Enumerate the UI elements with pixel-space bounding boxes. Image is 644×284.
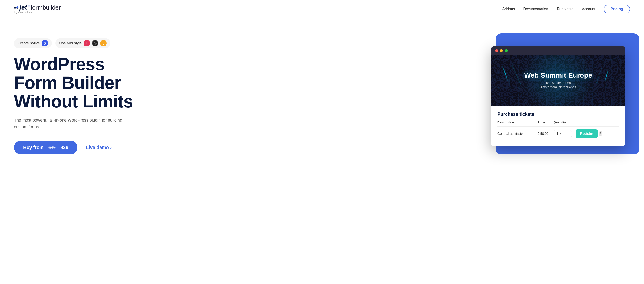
browser-dot-green bbox=[505, 49, 508, 52]
create-native-label: Create native bbox=[18, 41, 40, 45]
form-section: Purchase tickets Description Price Quant… bbox=[491, 106, 626, 146]
logo-subtext: by Crocoblock bbox=[14, 11, 61, 14]
cursor-icon: 🖱️ bbox=[598, 131, 604, 136]
nav-item-addons[interactable]: Addons bbox=[502, 7, 515, 11]
browser-dot-yellow bbox=[500, 49, 503, 52]
col-header-quantity: Quantity bbox=[554, 121, 572, 127]
browser-dot-red bbox=[495, 49, 498, 52]
use-and-style-label: Use and style bbox=[59, 41, 82, 45]
demo-label: Live demo bbox=[86, 145, 109, 150]
hero-heading: WordPress Form Builder Without Limits bbox=[14, 55, 167, 110]
hero-heading-line3: Without Limits bbox=[14, 91, 133, 111]
banner-title: Web Summit Europe bbox=[524, 71, 592, 79]
row-quantity: 1 ▾ bbox=[554, 127, 572, 141]
bricks-icon: b bbox=[100, 40, 107, 47]
logo[interactable]: jet jet formbuilder by Crocoblock bbox=[14, 4, 61, 14]
banner-image: Web Summit Europe 13-15 June, 2028 Amste… bbox=[491, 55, 626, 106]
hero-heading-line1: WordPress bbox=[14, 54, 105, 74]
buy-label: Buy from bbox=[23, 145, 44, 150]
chevron-down-icon: ▾ bbox=[560, 132, 561, 135]
hero-section: Create native G Use and style E b bbox=[0, 18, 644, 176]
row-description: General admission bbox=[498, 127, 538, 141]
cta-row: Buy from $49 $39 Live demo › bbox=[14, 140, 167, 154]
svg-marker-2 bbox=[27, 5, 30, 7]
nav-item-account[interactable]: Account bbox=[582, 7, 595, 11]
row-action: Register 🖱️ bbox=[572, 127, 619, 141]
gutenberg-g-letter: G bbox=[44, 41, 46, 45]
price-old: $49 bbox=[48, 145, 56, 150]
logo-form-text: formbuilder bbox=[30, 5, 61, 11]
tickets-table: Description Price Quantity General admis… bbox=[498, 121, 619, 140]
live-demo-button[interactable]: Live demo › bbox=[86, 145, 112, 150]
banner-text: Web Summit Europe 13-15 June, 2028 Amste… bbox=[524, 71, 592, 89]
buy-button[interactable]: Buy from $49 $39 bbox=[14, 140, 78, 154]
hero-right: Web Summit Europe 13-15 June, 2028 Amste… bbox=[167, 38, 630, 154]
create-native-tag: Create native G bbox=[14, 38, 52, 48]
tags-row: Create native G Use and style E b bbox=[14, 38, 167, 48]
logo-jet-text: jet bbox=[20, 4, 27, 11]
banner-location: Amsterdam, Netherlands bbox=[524, 85, 592, 89]
nav-item-documentation[interactable]: Documentation bbox=[523, 7, 548, 11]
hero-left: Create native G Use and style E b bbox=[14, 38, 167, 154]
logo-arrow-icon bbox=[27, 5, 30, 8]
svg-point-4 bbox=[95, 43, 96, 44]
elementor-icon: E bbox=[84, 40, 90, 47]
oxygen-icon bbox=[92, 40, 98, 47]
form-title: Purchase tickets bbox=[498, 111, 619, 117]
hero-heading-line2: Form Builder bbox=[14, 73, 121, 92]
col-header-description: Description bbox=[498, 121, 538, 127]
use-and-style-tag: Use and style E b bbox=[56, 38, 110, 48]
gutenberg-icon: G bbox=[42, 40, 48, 47]
banner-date: 13-15 June, 2028 bbox=[524, 81, 592, 85]
jet-logo-icon: jet bbox=[14, 6, 19, 9]
quantity-value: 1 bbox=[556, 132, 558, 135]
hero-subtext: The most powerful all-in-one WordPress p… bbox=[14, 117, 134, 130]
navbar: jet jet formbuilder by Crocoblock Addons… bbox=[0, 0, 644, 18]
row-price: € 50.00 bbox=[538, 127, 554, 141]
table-row: General admission € 50.00 1 ▾ Regist bbox=[498, 127, 619, 141]
svg-line-18 bbox=[512, 64, 521, 85]
col-header-action bbox=[572, 121, 619, 127]
price-new: $39 bbox=[60, 145, 68, 150]
browser-mockup: Web Summit Europe 13-15 June, 2028 Amste… bbox=[491, 46, 626, 146]
browser-header bbox=[491, 46, 626, 55]
col-header-price: Price bbox=[538, 121, 554, 127]
nav-links: Addons Documentation Templates Account P… bbox=[502, 5, 630, 14]
quantity-select[interactable]: 1 ▾ bbox=[554, 130, 572, 137]
nav-pricing-button[interactable]: Pricing bbox=[604, 5, 630, 14]
nav-item-templates[interactable]: Templates bbox=[556, 7, 574, 11]
register-button[interactable]: Register bbox=[576, 129, 598, 138]
demo-chevron-icon: › bbox=[110, 145, 112, 150]
